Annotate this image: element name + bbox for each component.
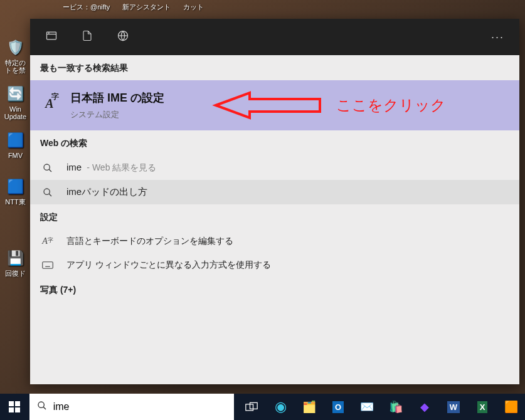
result-ime-settings[interactable]: A字 日本語 IME の設定 システム設定 ここをクリック (30, 80, 519, 130)
web-search-header: Web の検索 (30, 130, 519, 155)
store-icon[interactable]: 🛍️ (382, 394, 410, 420)
edge-icon[interactable]: ◉ (267, 394, 294, 420)
result-subtitle: システム設定 (70, 109, 164, 120)
web-result-text: imeパッドの出し方 (66, 186, 147, 198)
search-icon (40, 163, 55, 173)
desktop-icon-4[interactable]: 🟦 NTT東 (1, 177, 29, 219)
start-button[interactable] (0, 394, 29, 420)
best-match-header: 最も一致する検索結果 (30, 55, 519, 80)
top-label-1: ービス：@nifty (63, 3, 110, 12)
tab-documents-icon[interactable] (82, 29, 93, 45)
tab-web-icon[interactable] (117, 29, 129, 45)
mail-icon[interactable]: ✉️ (353, 394, 381, 420)
desktop-icon-2[interactable]: 🔄 Win Update (1, 84, 29, 127)
svg-rect-23 (250, 402, 258, 409)
ntt-icon: 🟦 (6, 177, 26, 197)
svg-line-21 (43, 407, 46, 409)
svg-point-5 (44, 164, 50, 170)
outlook-icon[interactable]: O (324, 394, 352, 420)
update-icon: 🔄 (6, 84, 26, 104)
web-result-suffix: - Web 結果を見る (87, 162, 156, 172)
app2-icon[interactable]: 🟧 (497, 394, 525, 420)
svg-rect-9 (43, 262, 53, 269)
taskbar-pinned-icons: ◉ 🗂️ O ✉️ 🛍️ ◆ W X 🟧 (234, 394, 525, 420)
svg-line-6 (49, 169, 51, 172)
taskbar: ◉ 🗂️ O ✉️ 🛍️ ◆ W X 🟧 (0, 394, 525, 420)
desktop-icon-label: Win Update (4, 105, 26, 120)
desktop-icon-5[interactable]: 💾 回復ド (1, 248, 29, 291)
language-icon: A字 (40, 236, 55, 246)
svg-rect-22 (246, 404, 253, 411)
search-results-panel: ··· 最も一致する検索結果 A字 日本語 IME の設定 システム設定 ここを… (30, 19, 519, 384)
desktop-icon-label: NTT東 (5, 198, 25, 206)
result-title: 日本語 IME の設定 (70, 90, 164, 105)
app-icon[interactable]: ◆ (411, 394, 438, 420)
web-result-ime-pad[interactable]: imeパッドの出し方 (30, 180, 519, 204)
svg-point-7 (44, 189, 50, 194)
svg-rect-18 (9, 407, 14, 412)
web-result-text: ime (66, 162, 82, 172)
annotation-arrow: ここをクリック (212, 88, 446, 123)
svg-point-20 (38, 402, 44, 407)
svg-rect-19 (15, 407, 20, 412)
settings-row-title: 言語とキーボードのオプションを編集する (66, 236, 233, 247)
svg-rect-16 (9, 401, 14, 406)
panel-top-tabs: ··· (30, 19, 519, 55)
settings-row-title: アプリ ウィンドウごとに異なる入力方式を使用する (66, 260, 271, 271)
desktop-icon-label: 回復ド (5, 270, 26, 277)
svg-line-8 (49, 194, 51, 196)
settings-header: 設定 (30, 204, 519, 229)
tab-all-icon[interactable] (45, 29, 58, 45)
photos-header: 写真 (7+) (30, 277, 519, 302)
top-label-2: 新アシスタント (122, 3, 171, 12)
top-label-3: カット (183, 3, 204, 12)
shield-icon: 🛡️ (6, 38, 26, 58)
search-input[interactable] (53, 401, 226, 412)
desktop-icon-3[interactable]: 🟦 FMV (1, 130, 29, 173)
desktop-top-labels: ービス：@nifty 新アシスタント カット (63, 0, 525, 14)
svg-rect-0 (47, 32, 56, 39)
desktop-icon-1[interactable]: 🛡️ 特定の トを禁 (1, 38, 29, 80)
explorer-icon[interactable]: 🗂️ (295, 394, 323, 420)
language-icon: A字 (40, 94, 59, 113)
search-icon (37, 401, 47, 413)
desktop-icon-label: FMV (8, 152, 23, 159)
excel-icon[interactable]: X (469, 394, 496, 420)
settings-per-app-input[interactable]: アプリ ウィンドウごとに異なる入力方式を使用する (30, 253, 519, 277)
svg-rect-17 (15, 401, 20, 406)
search-icon (40, 187, 55, 197)
more-icon[interactable]: ··· (491, 31, 504, 44)
task-view-icon[interactable] (238, 394, 265, 420)
keyboard-icon (40, 261, 55, 270)
desktop-icons-column: 🛡️ 特定の トを禁 🔄 Win Update 🟦 FMV 🟦 NTT東 💾 回… (1, 0, 29, 291)
taskbar-search-box[interactable] (29, 394, 234, 420)
desktop-icon-label: 特定の トを禁 (5, 59, 26, 74)
fmv-icon: 🟦 (6, 130, 26, 150)
word-icon[interactable]: W (440, 394, 467, 420)
web-result-ime[interactable]: ime - Web 結果を見る (30, 155, 519, 180)
settings-language-options[interactable]: A字 言語とキーボードのオプションを編集する (30, 229, 519, 253)
annotation-text: ここをクリック (336, 95, 446, 115)
recovery-icon: 💾 (6, 248, 26, 268)
